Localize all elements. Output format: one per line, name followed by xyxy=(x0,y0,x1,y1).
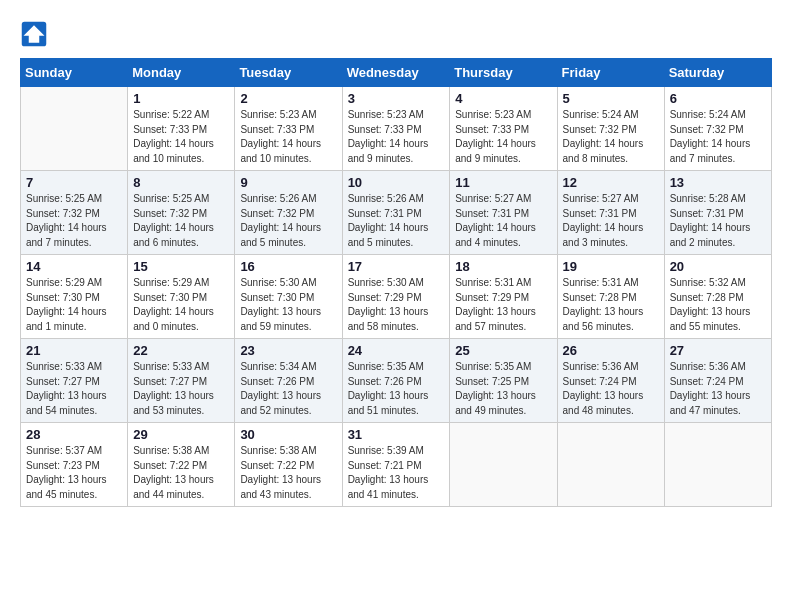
calendar-cell: 12Sunrise: 5:27 AMSunset: 7:31 PMDayligh… xyxy=(557,171,664,255)
day-info: Sunrise: 5:36 AMSunset: 7:24 PMDaylight:… xyxy=(670,360,766,418)
day-info: Sunrise: 5:32 AMSunset: 7:28 PMDaylight:… xyxy=(670,276,766,334)
calendar-cell: 13Sunrise: 5:28 AMSunset: 7:31 PMDayligh… xyxy=(664,171,771,255)
calendar-cell: 14Sunrise: 5:29 AMSunset: 7:30 PMDayligh… xyxy=(21,255,128,339)
calendar-week-row: 28Sunrise: 5:37 AMSunset: 7:23 PMDayligh… xyxy=(21,423,772,507)
day-number: 25 xyxy=(455,343,551,358)
day-number: 21 xyxy=(26,343,122,358)
day-of-week-header: Thursday xyxy=(450,59,557,87)
day-number: 14 xyxy=(26,259,122,274)
calendar-cell: 8Sunrise: 5:25 AMSunset: 7:32 PMDaylight… xyxy=(128,171,235,255)
calendar-cell: 22Sunrise: 5:33 AMSunset: 7:27 PMDayligh… xyxy=(128,339,235,423)
calendar-cell: 30Sunrise: 5:38 AMSunset: 7:22 PMDayligh… xyxy=(235,423,342,507)
day-info: Sunrise: 5:26 AMSunset: 7:31 PMDaylight:… xyxy=(348,192,445,250)
day-number: 31 xyxy=(348,427,445,442)
day-info: Sunrise: 5:30 AMSunset: 7:30 PMDaylight:… xyxy=(240,276,336,334)
calendar-cell: 5Sunrise: 5:24 AMSunset: 7:32 PMDaylight… xyxy=(557,87,664,171)
calendar-week-row: 14Sunrise: 5:29 AMSunset: 7:30 PMDayligh… xyxy=(21,255,772,339)
day-info: Sunrise: 5:30 AMSunset: 7:29 PMDaylight:… xyxy=(348,276,445,334)
day-info: Sunrise: 5:22 AMSunset: 7:33 PMDaylight:… xyxy=(133,108,229,166)
calendar-cell: 4Sunrise: 5:23 AMSunset: 7:33 PMDaylight… xyxy=(450,87,557,171)
day-number: 18 xyxy=(455,259,551,274)
day-info: Sunrise: 5:38 AMSunset: 7:22 PMDaylight:… xyxy=(240,444,336,502)
calendar-week-row: 1Sunrise: 5:22 AMSunset: 7:33 PMDaylight… xyxy=(21,87,772,171)
day-number: 11 xyxy=(455,175,551,190)
calendar-cell: 31Sunrise: 5:39 AMSunset: 7:21 PMDayligh… xyxy=(342,423,450,507)
day-info: Sunrise: 5:35 AMSunset: 7:26 PMDaylight:… xyxy=(348,360,445,418)
calendar-table: SundayMondayTuesdayWednesdayThursdayFrid… xyxy=(20,58,772,507)
day-number: 30 xyxy=(240,427,336,442)
calendar-cell: 20Sunrise: 5:32 AMSunset: 7:28 PMDayligh… xyxy=(664,255,771,339)
day-info: Sunrise: 5:24 AMSunset: 7:32 PMDaylight:… xyxy=(563,108,659,166)
day-number: 7 xyxy=(26,175,122,190)
calendar-cell: 19Sunrise: 5:31 AMSunset: 7:28 PMDayligh… xyxy=(557,255,664,339)
day-number: 4 xyxy=(455,91,551,106)
calendar-cell: 26Sunrise: 5:36 AMSunset: 7:24 PMDayligh… xyxy=(557,339,664,423)
day-number: 8 xyxy=(133,175,229,190)
day-info: Sunrise: 5:37 AMSunset: 7:23 PMDaylight:… xyxy=(26,444,122,502)
day-number: 1 xyxy=(133,91,229,106)
logo-icon xyxy=(20,20,48,48)
day-number: 9 xyxy=(240,175,336,190)
day-info: Sunrise: 5:36 AMSunset: 7:24 PMDaylight:… xyxy=(563,360,659,418)
day-number: 23 xyxy=(240,343,336,358)
calendar-header-row: SundayMondayTuesdayWednesdayThursdayFrid… xyxy=(21,59,772,87)
page-header xyxy=(20,20,772,48)
calendar-cell: 10Sunrise: 5:26 AMSunset: 7:31 PMDayligh… xyxy=(342,171,450,255)
day-number: 19 xyxy=(563,259,659,274)
day-number: 28 xyxy=(26,427,122,442)
day-info: Sunrise: 5:35 AMSunset: 7:25 PMDaylight:… xyxy=(455,360,551,418)
calendar-week-row: 7Sunrise: 5:25 AMSunset: 7:32 PMDaylight… xyxy=(21,171,772,255)
day-number: 13 xyxy=(670,175,766,190)
calendar-cell: 7Sunrise: 5:25 AMSunset: 7:32 PMDaylight… xyxy=(21,171,128,255)
day-number: 2 xyxy=(240,91,336,106)
day-number: 20 xyxy=(670,259,766,274)
day-info: Sunrise: 5:23 AMSunset: 7:33 PMDaylight:… xyxy=(348,108,445,166)
calendar-cell: 23Sunrise: 5:34 AMSunset: 7:26 PMDayligh… xyxy=(235,339,342,423)
calendar-cell: 15Sunrise: 5:29 AMSunset: 7:30 PMDayligh… xyxy=(128,255,235,339)
calendar-cell: 9Sunrise: 5:26 AMSunset: 7:32 PMDaylight… xyxy=(235,171,342,255)
calendar-cell: 11Sunrise: 5:27 AMSunset: 7:31 PMDayligh… xyxy=(450,171,557,255)
day-number: 17 xyxy=(348,259,445,274)
day-info: Sunrise: 5:23 AMSunset: 7:33 PMDaylight:… xyxy=(240,108,336,166)
day-number: 29 xyxy=(133,427,229,442)
calendar-cell xyxy=(664,423,771,507)
day-info: Sunrise: 5:27 AMSunset: 7:31 PMDaylight:… xyxy=(563,192,659,250)
day-number: 10 xyxy=(348,175,445,190)
day-number: 24 xyxy=(348,343,445,358)
calendar-cell: 29Sunrise: 5:38 AMSunset: 7:22 PMDayligh… xyxy=(128,423,235,507)
day-number: 5 xyxy=(563,91,659,106)
day-info: Sunrise: 5:33 AMSunset: 7:27 PMDaylight:… xyxy=(26,360,122,418)
day-number: 15 xyxy=(133,259,229,274)
day-info: Sunrise: 5:28 AMSunset: 7:31 PMDaylight:… xyxy=(670,192,766,250)
day-info: Sunrise: 5:33 AMSunset: 7:27 PMDaylight:… xyxy=(133,360,229,418)
day-info: Sunrise: 5:38 AMSunset: 7:22 PMDaylight:… xyxy=(133,444,229,502)
day-number: 3 xyxy=(348,91,445,106)
calendar-cell: 28Sunrise: 5:37 AMSunset: 7:23 PMDayligh… xyxy=(21,423,128,507)
day-of-week-header: Friday xyxy=(557,59,664,87)
calendar-cell xyxy=(450,423,557,507)
calendar-cell xyxy=(557,423,664,507)
day-info: Sunrise: 5:31 AMSunset: 7:28 PMDaylight:… xyxy=(563,276,659,334)
day-info: Sunrise: 5:31 AMSunset: 7:29 PMDaylight:… xyxy=(455,276,551,334)
day-info: Sunrise: 5:26 AMSunset: 7:32 PMDaylight:… xyxy=(240,192,336,250)
calendar-cell: 3Sunrise: 5:23 AMSunset: 7:33 PMDaylight… xyxy=(342,87,450,171)
calendar-cell: 16Sunrise: 5:30 AMSunset: 7:30 PMDayligh… xyxy=(235,255,342,339)
calendar-week-row: 21Sunrise: 5:33 AMSunset: 7:27 PMDayligh… xyxy=(21,339,772,423)
day-info: Sunrise: 5:23 AMSunset: 7:33 PMDaylight:… xyxy=(455,108,551,166)
day-number: 6 xyxy=(670,91,766,106)
day-number: 12 xyxy=(563,175,659,190)
day-info: Sunrise: 5:24 AMSunset: 7:32 PMDaylight:… xyxy=(670,108,766,166)
day-of-week-header: Tuesday xyxy=(235,59,342,87)
day-number: 26 xyxy=(563,343,659,358)
calendar-cell: 2Sunrise: 5:23 AMSunset: 7:33 PMDaylight… xyxy=(235,87,342,171)
day-info: Sunrise: 5:25 AMSunset: 7:32 PMDaylight:… xyxy=(133,192,229,250)
calendar-cell: 17Sunrise: 5:30 AMSunset: 7:29 PMDayligh… xyxy=(342,255,450,339)
day-of-week-header: Sunday xyxy=(21,59,128,87)
day-of-week-header: Monday xyxy=(128,59,235,87)
day-of-week-header: Wednesday xyxy=(342,59,450,87)
day-info: Sunrise: 5:29 AMSunset: 7:30 PMDaylight:… xyxy=(133,276,229,334)
calendar-cell xyxy=(21,87,128,171)
calendar-cell: 1Sunrise: 5:22 AMSunset: 7:33 PMDaylight… xyxy=(128,87,235,171)
day-info: Sunrise: 5:39 AMSunset: 7:21 PMDaylight:… xyxy=(348,444,445,502)
day-info: Sunrise: 5:27 AMSunset: 7:31 PMDaylight:… xyxy=(455,192,551,250)
